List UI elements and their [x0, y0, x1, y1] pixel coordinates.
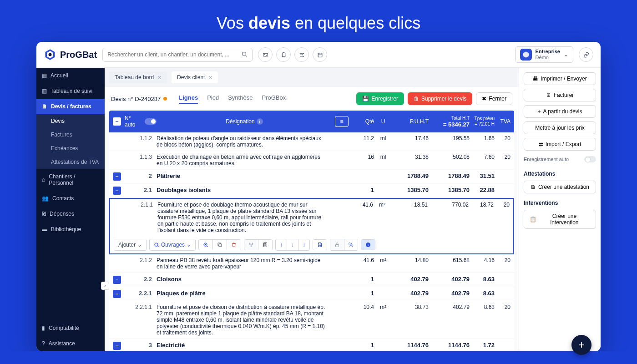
num-auto-toggle[interactable] [145, 118, 157, 125]
table-row[interactable]: −2Plâtrerie1788.491788.4931.51 [109, 170, 514, 184]
tab-devis-client[interactable]: Devis client✕ [172, 71, 218, 83]
ouvrages-search-button[interactable]: Ouvrages ⌄ [150, 239, 195, 250]
auto-save-toggle[interactable] [584, 156, 596, 162]
topbar-action-2[interactable] [276, 47, 291, 62]
row-puht: 18.51 [391, 202, 428, 208]
topbar-action-1[interactable] [258, 47, 273, 62]
row-num: 2.2.1.1 [125, 304, 157, 310]
row-collapse-toggle[interactable]: − [113, 290, 121, 298]
topbar-action-4[interactable] [313, 47, 327, 62]
print-button[interactable]: 🖶Imprimer / Envoyer [524, 72, 596, 85]
home-icon: ▦ [42, 72, 47, 79]
collapse-all-toggle[interactable]: − [113, 117, 121, 126]
subtab-progbox[interactable]: ProGBox [262, 94, 286, 104]
move-up-button[interactable]: ↑ [276, 239, 287, 250]
status-dot [163, 97, 167, 101]
print-icon: 🖶 [533, 76, 538, 82]
table-row[interactable]: 1.1.2Réalisation de poteau d'angle ou ra… [109, 132, 514, 151]
row-tva: 20 [495, 304, 511, 310]
sidebar-item-chantiers[interactable]: ⌂Chantiers / Personnel [36, 169, 105, 191]
table-row[interactable]: −2.2.1Plaques de plâtre1402.79402.798.63 [109, 287, 514, 301]
row-puht: 1788.49 [392, 172, 429, 179]
save-line-button[interactable] [313, 240, 327, 250]
copy-button[interactable] [213, 240, 227, 250]
sidebar-sub-attestations[interactable]: Attestations de TVA [36, 155, 105, 169]
ajouter-dropdown[interactable]: Ajouter ⌄ [114, 239, 146, 250]
svg-rect-3 [282, 53, 285, 57]
create-attestation-button[interactable]: 🗎Créer une attestation [524, 181, 596, 193]
table-row[interactable]: 2.1.2Panneau PB 38 revêtu kraft épaisseu… [109, 254, 514, 273]
row-designation: Cloisons [157, 276, 332, 283]
sidebar-item-depenses[interactable]: ₪Dépenses [36, 206, 105, 222]
sidebar-sub-factures[interactable]: Factures [36, 128, 105, 142]
table-row[interactable]: −2.1Doublages isolants11385.701385.7022.… [109, 184, 514, 198]
company-line1: Entreprise [536, 49, 560, 55]
update-prices-button[interactable]: Mettre à jour les prix [524, 121, 596, 134]
sidebar-sub-devis[interactable]: Devis [36, 114, 105, 128]
doc-title: Devis n° D-240287 [111, 96, 167, 102]
table-row[interactable]: −2.2Cloisons1402.79402.798.63 [109, 273, 514, 287]
subtab-pied[interactable]: Pied [207, 94, 219, 104]
fab-add-button[interactable]: + [571, 335, 592, 351]
sidebar-item-bibliotheque[interactable]: ▬Bibliothèque [36, 222, 105, 237]
row-qte: 16 [351, 154, 374, 160]
info-icon[interactable]: i [257, 118, 263, 125]
row-num: 1.1.3 [125, 154, 157, 160]
tab-dashboard[interactable]: Tableau de bord✕ [109, 71, 167, 83]
brand-name: ProGBat [60, 50, 97, 60]
apartir-button[interactable]: +A partir du devis [524, 105, 596, 118]
close-icon[interactable]: ✕ [208, 75, 212, 81]
subtab-synthese[interactable]: Synthèse [228, 94, 253, 104]
table-row[interactable]: 2.2.1.1Fourniture et pose de cloison de … [109, 301, 514, 339]
sidebar-collapse-toggle[interactable]: ‹ [101, 282, 109, 290]
brand-logo[interactable]: ProGBat [44, 48, 97, 61]
link-button[interactable] [244, 240, 258, 250]
sidebar-item-assistance[interactable]: ?Assistance [36, 336, 105, 351]
facturer-button[interactable]: 🗎Facturer [524, 89, 596, 101]
sidebar-item-devis-factures[interactable]: 🗎Devis / factures [36, 99, 105, 114]
interventions-heading: Interventions [524, 200, 596, 206]
zoom-button[interactable] [199, 240, 213, 250]
company-selector[interactable]: EntrepriseDémo ⌄ [515, 46, 573, 63]
row-collapse-toggle[interactable]: − [113, 342, 121, 350]
save-icon: 💾 [362, 96, 369, 102]
row-puht: 17.46 [392, 135, 429, 142]
row-num: 2.1 [125, 187, 157, 193]
row-collapse-toggle[interactable]: − [113, 172, 121, 181]
delete-button[interactable]: 🗑Supprimer le devis [408, 92, 472, 105]
row-total: 1385.70 [429, 187, 470, 193]
row-total: 1144.76 [429, 342, 470, 349]
calc-button[interactable] [258, 240, 272, 250]
align-button[interactable]: ≡ [335, 116, 349, 127]
percent-button[interactable]: % [344, 239, 358, 250]
import-export-button[interactable]: ⇄Import / Export [524, 138, 596, 151]
search-box[interactable] [102, 48, 253, 62]
save-button[interactable]: 💾Enregistrer [356, 92, 404, 105]
topbar-link-icon[interactable] [579, 47, 593, 62]
close-icon[interactable]: ✕ [157, 75, 162, 81]
row-collapse-toggle[interactable]: − [113, 187, 121, 195]
table-row[interactable]: 1.1.3Exécution de chainage en béton armé… [109, 151, 514, 170]
close-button[interactable]: ✖Fermer [476, 92, 512, 105]
create-intervention-button[interactable]: 📋Créer une intervention [524, 210, 596, 229]
row-num: 1.1.2 [125, 135, 157, 142]
table-row[interactable]: 2.1.1Fourniture et pose de doublage ther… [109, 198, 514, 236]
topbar-action-3[interactable] [294, 47, 309, 62]
row-num: 2.1.1 [126, 202, 157, 208]
search-input[interactable] [107, 51, 241, 58]
sidebar-item-comptabilite[interactable]: ▮Comptabilité [36, 320, 105, 336]
sidebar-item-tableaux[interactable]: ▥Tableaux de suivi [36, 83, 105, 99]
delete-line-button[interactable] [227, 240, 241, 250]
row-collapse-toggle[interactable]: − [113, 276, 121, 284]
info-button[interactable] [361, 240, 375, 250]
sidebar-sub-echeances[interactable]: Echéances [36, 142, 105, 155]
move-down-button[interactable]: ↓ [287, 239, 298, 250]
library-icon: ▬ [42, 226, 47, 233]
move-both-button[interactable]: ↕ [298, 239, 309, 250]
sidebar-item-contacts[interactable]: 👥Contacts [36, 191, 105, 206]
sidebar-item-accueil[interactable]: ▦Accueil [36, 68, 105, 83]
table-row[interactable]: −3Electricité11144.761144.761.72 [109, 339, 514, 351]
subtab-lignes[interactable]: Lignes [179, 94, 198, 104]
lock-button[interactable] [330, 239, 344, 250]
row-puht: 1385.70 [392, 187, 429, 193]
